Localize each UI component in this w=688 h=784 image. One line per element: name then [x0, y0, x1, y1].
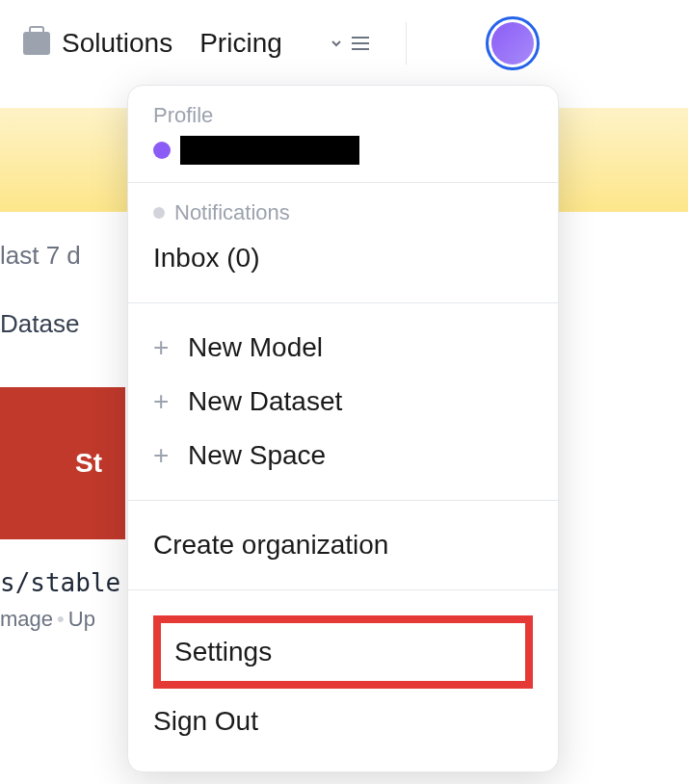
red-card[interactable]: St [0, 387, 125, 539]
sign-out-label: Sign Out [153, 706, 258, 737]
org-section: Create organization [128, 501, 558, 590]
notifications-header: Notifications [153, 200, 533, 225]
nav-solutions[interactable]: Solutions [23, 28, 172, 59]
username-redacted [180, 136, 359, 165]
profile-label: Profile [153, 103, 533, 128]
chevron-down-icon [329, 36, 344, 51]
top-nav: Solutions Pricing [0, 0, 688, 87]
new-space-item[interactable]: New Space [153, 429, 533, 483]
account-section: Settings Sign Out [128, 590, 558, 771]
sign-out-item[interactable]: Sign Out [153, 694, 533, 748]
nav-pricing[interactable]: Pricing [199, 28, 282, 59]
create-org-label: Create organization [153, 530, 388, 561]
profile-row[interactable] [153, 136, 533, 165]
new-space-label: New Space [188, 440, 326, 471]
create-org-item[interactable]: Create organization [153, 518, 533, 572]
create-section: New Model New Dataset New Space [128, 303, 558, 501]
menu-lines-icon [350, 35, 371, 52]
settings-label: Settings [174, 637, 272, 667]
red-card-text: St [75, 448, 102, 479]
notif-dot-icon [153, 207, 165, 219]
briefcase-icon [23, 32, 50, 55]
new-dataset-item[interactable]: New Dataset [153, 375, 533, 429]
settings-highlight: Settings [153, 615, 533, 689]
inbox-item[interactable]: Inbox (0) [153, 231, 533, 285]
nav-solutions-label: Solutions [62, 28, 172, 59]
profile-section: Profile [128, 86, 558, 183]
new-model-item[interactable]: New Model [153, 321, 533, 375]
nav-divider [406, 22, 407, 65]
nav-pricing-label: Pricing [199, 28, 282, 59]
new-dataset-label: New Dataset [188, 386, 342, 417]
notifications-section: Notifications Inbox (0) [128, 183, 558, 303]
status-dot-icon [153, 142, 171, 159]
user-dropdown-menu: Profile Notifications Inbox (0) New Mode… [127, 85, 559, 772]
notifications-label: Notifications [174, 200, 290, 225]
avatar-gradient [491, 22, 534, 65]
nav-more-toggle[interactable] [329, 35, 371, 52]
new-model-label: New Model [188, 332, 323, 363]
settings-item[interactable]: Settings [161, 623, 525, 681]
inbox-label: Inbox (0) [153, 243, 260, 274]
user-avatar[interactable] [486, 16, 540, 70]
